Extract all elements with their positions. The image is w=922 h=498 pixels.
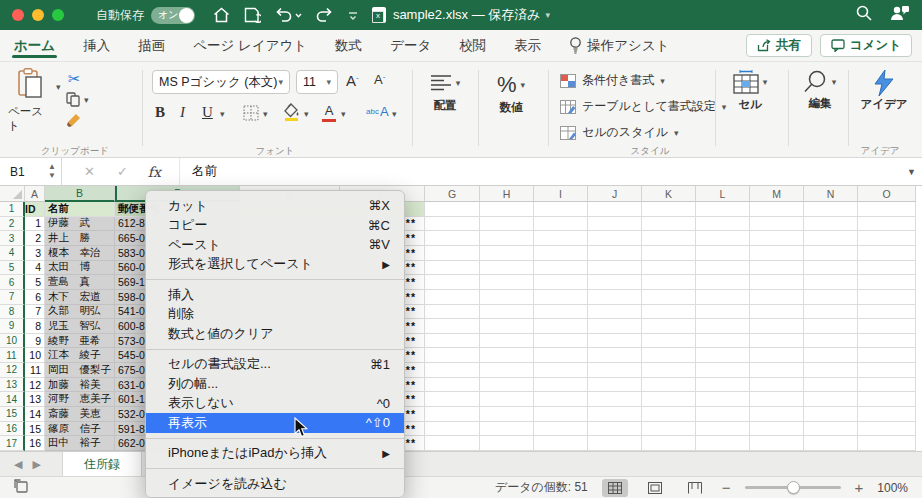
formula-bar-content[interactable]: 名前 bbox=[179, 158, 217, 185]
cell-I1[interactable] bbox=[534, 202, 588, 217]
cell-L14[interactable] bbox=[696, 392, 750, 407]
cell-O9[interactable] bbox=[858, 319, 916, 334]
paste-button[interactable]: ペースト bbox=[8, 68, 54, 134]
cell-J16[interactable] bbox=[588, 422, 642, 437]
share-button[interactable]: 共有 bbox=[746, 34, 812, 57]
context-menu-item-7[interactable]: 削除 bbox=[146, 305, 404, 325]
normal-view-button[interactable] bbox=[602, 479, 628, 497]
row-header-1[interactable]: 1 bbox=[0, 202, 25, 217]
cell-B16[interactable]: 篠原 信子 bbox=[45, 422, 115, 437]
cell-N14[interactable] bbox=[804, 392, 858, 407]
context-menu-item-2[interactable]: コピー⌘C bbox=[146, 216, 404, 236]
cell-O16[interactable] bbox=[858, 422, 916, 437]
home-icon[interactable] bbox=[213, 7, 230, 23]
cell-K9[interactable] bbox=[642, 319, 696, 334]
column-header-K[interactable]: K bbox=[642, 186, 696, 202]
context-menu-item-3[interactable]: ペースト⌘V bbox=[146, 235, 404, 255]
cell-J10[interactable] bbox=[588, 334, 642, 349]
cell-A14[interactable]: 13 bbox=[25, 392, 45, 407]
ribbon-tab-2[interactable]: 挿入 bbox=[69, 30, 124, 61]
cell-A12[interactable]: 11 bbox=[25, 363, 45, 378]
cell-L11[interactable] bbox=[696, 348, 750, 363]
cells-button[interactable]: ▾ セル bbox=[722, 70, 778, 112]
cell-M17[interactable] bbox=[750, 436, 804, 451]
cell-N11[interactable] bbox=[804, 348, 858, 363]
cell-H11[interactable] bbox=[480, 348, 534, 363]
cell-G8[interactable] bbox=[425, 305, 480, 320]
cell-L12[interactable] bbox=[696, 363, 750, 378]
cell-H13[interactable] bbox=[480, 378, 534, 393]
cell-G4[interactable] bbox=[425, 246, 480, 261]
context-menu-item-6[interactable]: 挿入 bbox=[146, 285, 404, 305]
cell-N8[interactable] bbox=[804, 305, 858, 320]
add-sheet-icon[interactable] bbox=[14, 479, 29, 496]
cell-I3[interactable] bbox=[534, 231, 588, 246]
save-icon[interactable] bbox=[244, 7, 261, 23]
zoom-slider[interactable] bbox=[745, 486, 841, 489]
cut-icon[interactable]: ✂ bbox=[68, 70, 81, 88]
cell-O2[interactable] bbox=[858, 217, 916, 232]
cell-L5[interactable] bbox=[696, 261, 750, 276]
row-header-13[interactable]: 13 bbox=[0, 378, 25, 393]
cell-B7[interactable]: 木下 宏道 bbox=[45, 290, 115, 305]
cell-H4[interactable] bbox=[480, 246, 534, 261]
cell-I11[interactable] bbox=[534, 348, 588, 363]
cell-L15[interactable] bbox=[696, 407, 750, 422]
cell-A3[interactable]: 2 bbox=[25, 231, 45, 246]
cell-A4[interactable]: 3 bbox=[25, 246, 45, 261]
cell-B14[interactable]: 河野 恵美子 bbox=[45, 392, 115, 407]
cell-B12[interactable]: 岡田 優梨子 bbox=[45, 363, 115, 378]
cell-A5[interactable]: 4 bbox=[25, 261, 45, 276]
cell-A15[interactable]: 14 bbox=[25, 407, 45, 422]
cell-K1[interactable] bbox=[642, 202, 696, 217]
row-header-6[interactable]: 6 bbox=[0, 275, 25, 290]
cell-H17[interactable] bbox=[480, 436, 534, 451]
cell-J12[interactable] bbox=[588, 363, 642, 378]
cell-J17[interactable] bbox=[588, 436, 642, 451]
cell-N6[interactable] bbox=[804, 275, 858, 290]
cell-G13[interactable] bbox=[425, 378, 480, 393]
cell-K7[interactable] bbox=[642, 290, 696, 305]
cell-L7[interactable] bbox=[696, 290, 750, 305]
cell-G17[interactable] bbox=[425, 436, 480, 451]
cell-K12[interactable] bbox=[642, 363, 696, 378]
ribbon-tab-3[interactable]: 描画 bbox=[124, 30, 179, 61]
cell-H14[interactable] bbox=[480, 392, 534, 407]
cell-I2[interactable] bbox=[534, 217, 588, 232]
close-window-button[interactable] bbox=[12, 9, 24, 21]
cell-A6[interactable]: 5 bbox=[25, 275, 45, 290]
cell-J11[interactable] bbox=[588, 348, 642, 363]
font-size-combo[interactable]: 11▾ bbox=[296, 70, 338, 94]
cell-M13[interactable] bbox=[750, 378, 804, 393]
prev-sheet-icon[interactable]: ◀ bbox=[14, 458, 22, 471]
cell-B4[interactable]: 榎本 幸治 bbox=[45, 246, 115, 261]
column-header-J[interactable]: J bbox=[588, 186, 642, 202]
row-header-10[interactable]: 10 bbox=[0, 334, 25, 349]
cell-N1[interactable] bbox=[804, 202, 858, 217]
customize-toolbar-icon[interactable] bbox=[347, 9, 359, 21]
cell-L9[interactable] bbox=[696, 319, 750, 334]
cell-B5[interactable]: 太田 博 bbox=[45, 261, 115, 276]
cell-A11[interactable]: 10 bbox=[25, 348, 45, 363]
cell-M15[interactable] bbox=[750, 407, 804, 422]
cell-J1[interactable] bbox=[588, 202, 642, 217]
cell-G16[interactable] bbox=[425, 422, 480, 437]
cell-G2[interactable] bbox=[425, 217, 480, 232]
cell-G15[interactable] bbox=[425, 407, 480, 422]
cell-J14[interactable] bbox=[588, 392, 642, 407]
comment-button[interactable]: コメント bbox=[820, 34, 912, 57]
cell-M9[interactable] bbox=[750, 319, 804, 334]
next-sheet-icon[interactable]: ▶ bbox=[32, 458, 40, 471]
cell-J9[interactable] bbox=[588, 319, 642, 334]
cell-J5[interactable] bbox=[588, 261, 642, 276]
cell-O1[interactable] bbox=[858, 202, 916, 217]
row-header-4[interactable]: 4 bbox=[0, 246, 25, 261]
cell-L3[interactable] bbox=[696, 231, 750, 246]
increase-font-size-icon[interactable]: Aˆ bbox=[346, 72, 359, 89]
cell-L4[interactable] bbox=[696, 246, 750, 261]
cell-G12[interactable] bbox=[425, 363, 480, 378]
person-feedback-icon[interactable] bbox=[890, 5, 910, 25]
cell-O15[interactable] bbox=[858, 407, 916, 422]
cell-N13[interactable] bbox=[804, 378, 858, 393]
cell-A17[interactable]: 16 bbox=[25, 436, 45, 451]
